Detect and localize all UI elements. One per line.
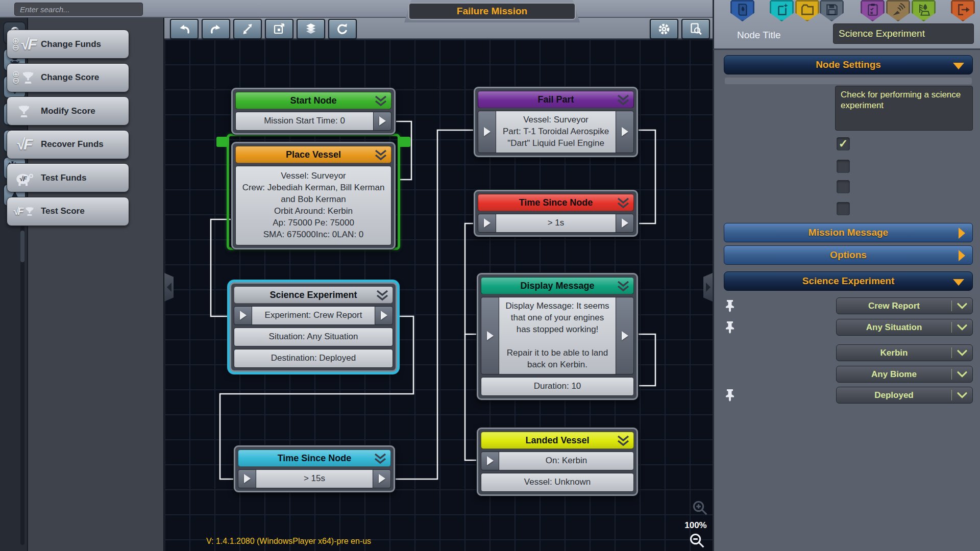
connector-right[interactable] (616, 214, 634, 233)
sidebar-scrollbar-track[interactable] (20, 214, 24, 545)
node-row-text[interactable]: Destination: Deployed (234, 349, 393, 368)
dropdown-situation[interactable]: Any Situation (836, 319, 973, 336)
checkbox-end-node[interactable] (836, 202, 850, 216)
checkbox-objective-node[interactable]: ✓ (836, 137, 850, 151)
description-input[interactable]: Check for performing a science experimen… (835, 86, 973, 131)
connector-left[interactable] (234, 306, 252, 325)
chevrons-down-icon[interactable] (373, 94, 388, 108)
node-header[interactable]: Place Vessel (235, 146, 391, 163)
pin-icon[interactable] (725, 388, 735, 402)
fit-view-icon[interactable] (265, 19, 293, 39)
node-row-text[interactable]: On: Kerbin (499, 452, 634, 470)
chevrons-down-icon[interactable] (616, 93, 631, 107)
palette-item-change-score[interactable]: ⊕⊖Change Score (7, 63, 129, 92)
node-row-text[interactable]: > 1s (496, 214, 616, 233)
collapse-left-panel-tab[interactable] (164, 273, 174, 302)
palette-item-test-funds[interactable]: √FTest Funds (7, 163, 129, 192)
node-row-text[interactable]: Vessel: Unknown (481, 473, 634, 492)
node-row-text[interactable]: Experiment: Crew Report (252, 306, 375, 325)
funds-symbol-icon: √F (13, 206, 22, 217)
mission-message-button[interactable]: Mission Message (724, 223, 973, 242)
zoom-out-icon[interactable] (688, 532, 705, 551)
node-header[interactable]: Start Node (235, 92, 391, 109)
layers-icon[interactable] (297, 19, 325, 39)
node-row-text[interactable]: Duration: 10 (481, 377, 634, 396)
zoom-in-icon[interactable] (691, 499, 708, 518)
connector-right[interactable] (375, 306, 393, 325)
collapse-right-panel-tab[interactable] (703, 273, 713, 302)
palette-item-change-funds[interactable]: ⊕⊖√FChange Funds (7, 30, 129, 59)
dropdown-value: Crew Report (837, 301, 951, 311)
node-row-text[interactable]: Situation: Any Situation (234, 328, 393, 346)
time-since-node-lower[interactable]: Time Since Node> 15s (234, 445, 395, 492)
node-row-text[interactable]: Vessel: Surveyor Crew: Jebediah Kerman, … (235, 166, 391, 245)
connector-left[interactable] (481, 297, 499, 374)
connector-left[interactable] (238, 469, 256, 488)
node-row-text[interactable]: Display Message: It seems that one of yo… (499, 297, 616, 374)
node-header[interactable]: Fail Part (478, 91, 634, 108)
chevrons-down-icon[interactable] (616, 196, 631, 210)
resize-icon[interactable] (233, 19, 262, 39)
node-title-input[interactable] (833, 23, 974, 44)
chevrons-down-icon[interactable] (375, 289, 390, 302)
search-input[interactable] (14, 3, 143, 16)
connector-right[interactable] (616, 297, 634, 374)
pin-icon[interactable] (725, 299, 735, 312)
node-row-text[interactable]: Vessel: Surveyor Part: T-1 Toroidal Aero… (496, 111, 616, 153)
recover-funds-icon: √F (7, 136, 41, 153)
node-row-text[interactable]: > 15s (256, 469, 373, 488)
dropdown-experiment[interactable]: Crew Report (836, 297, 973, 314)
node-row: Experiment: Crew Report (234, 306, 393, 325)
science-experiment-node[interactable]: Science ExperimentExperiment: Crew Repor… (230, 282, 397, 372)
chevrons-down-icon[interactable] (373, 452, 388, 465)
landed-vessel[interactable]: Landed VesselOn: KerbinVessel: Unknown (477, 428, 638, 496)
palette-item-test-score[interactable]: √FTest Score (7, 197, 129, 226)
dropdown-celestial-body[interactable]: Kerbin (836, 344, 973, 361)
chevrons-down-icon[interactable] (616, 280, 631, 293)
fail-part[interactable]: Fail PartVessel: Surveyor Part: T-1 Toro… (474, 87, 638, 157)
science-experiment-header[interactable]: Science Experiment (724, 271, 973, 291)
node-row-text[interactable]: Mission Start Time: 0 (235, 112, 374, 131)
reset-icon[interactable] (328, 19, 357, 39)
node-title: Display Message (507, 281, 607, 291)
palette-item-label: Test Funds (41, 173, 86, 183)
node-header[interactable]: Landed Vessel (481, 432, 634, 449)
node-header[interactable]: Time Since Node (478, 194, 634, 211)
pin-icon[interactable] (725, 320, 735, 334)
palette-item-recover-funds[interactable]: √FRecover Funds (7, 130, 129, 159)
mission-title[interactable]: Failure Mission (408, 3, 576, 20)
arrow-right-icon (244, 474, 251, 483)
checkbox-show-screen-message[interactable] (836, 180, 850, 194)
sidebar-scrollbar-thumb[interactable] (20, 231, 24, 262)
palette-item-label: Modify Score (41, 106, 95, 116)
chevrons-down-icon[interactable] (616, 434, 631, 447)
dropdown-destination[interactable]: Deployed (836, 387, 973, 404)
time-since-node-upper[interactable]: Time Since Node> 1s (474, 190, 638, 237)
node-title-label: Node Title (737, 30, 781, 41)
settings-gear-icon[interactable] (650, 19, 678, 39)
connector-left[interactable] (478, 214, 496, 233)
connector-left[interactable] (478, 111, 496, 153)
undo-icon[interactable] (170, 19, 199, 39)
options-button[interactable]: Options (724, 245, 973, 265)
chevrons-down-icon[interactable] (373, 148, 388, 162)
node-header[interactable]: Science Experiment (234, 286, 393, 304)
connector-right[interactable] (373, 469, 391, 488)
node-header[interactable]: Time Since Node (238, 449, 391, 467)
chevron-down-icon (952, 370, 972, 379)
start-node[interactable]: Start NodeMission Start Time: 0 (231, 88, 396, 135)
checkbox-event-node[interactable] (836, 159, 850, 173)
palette-item-modify-score[interactable]: Modify Score (7, 96, 129, 126)
redo-icon[interactable] (202, 19, 230, 39)
preview-search-icon[interactable] (681, 19, 710, 39)
display-message[interactable]: Display MessageDisplay Message: It seems… (477, 273, 638, 400)
connector-right[interactable] (373, 112, 391, 131)
arrow-right-icon (484, 127, 491, 136)
connector-left[interactable] (481, 452, 499, 470)
node-settings-header[interactable]: Node Settings (724, 55, 973, 74)
place-vessel[interactable]: Place VesselVessel: Surveyor Crew: Jebed… (231, 142, 396, 249)
connector-right[interactable] (616, 111, 634, 153)
dropdown-biome[interactable]: Any Biome (836, 366, 973, 383)
node-settings-substrip (725, 78, 972, 84)
node-header[interactable]: Display Message (481, 277, 634, 294)
